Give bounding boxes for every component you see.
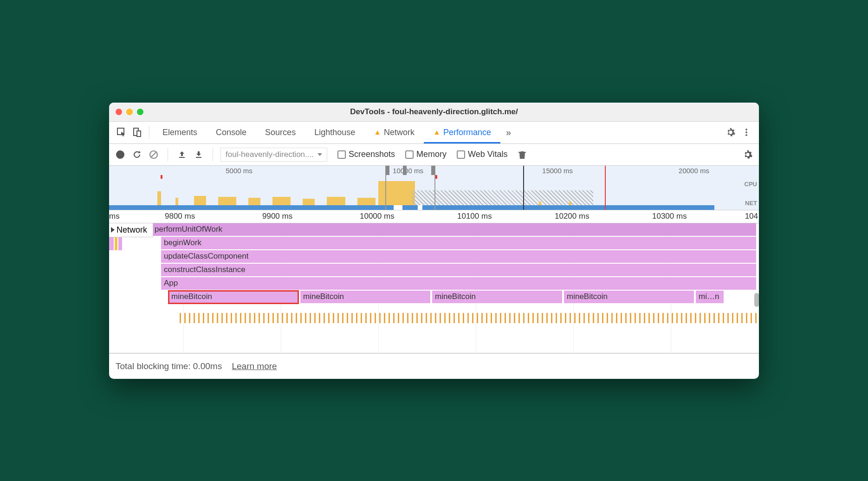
tab-console[interactable]: Console <box>207 122 256 143</box>
device-toolbar-icon[interactable] <box>130 124 145 140</box>
svg-line-7 <box>151 152 156 157</box>
svg-rect-8 <box>179 157 185 158</box>
clear-button[interactable] <box>147 148 160 161</box>
titlebar: DevTools - foul-heavenly-direction.glitc… <box>109 103 759 122</box>
separator <box>213 148 213 161</box>
svg-rect-9 <box>196 157 201 158</box>
time-ruler: ms 9800 ms 9900 ms 10000 ms 10100 ms 102… <box>109 210 759 223</box>
separator <box>149 126 149 139</box>
flame-constructclassinstance[interactable]: constructClassInstance <box>161 264 756 277</box>
flame-minebitcoin-4[interactable]: mineBitcoin <box>564 291 694 304</box>
close-window-button[interactable] <box>116 109 122 115</box>
inspect-element-icon[interactable] <box>114 124 130 140</box>
overview-canvas <box>109 166 737 210</box>
checkbox-icon <box>405 150 414 159</box>
record-button[interactable] <box>114 148 127 161</box>
tbt-label: Total blocking time: 0.00ms <box>116 361 222 371</box>
checkbox-icon <box>337 150 346 159</box>
web-vitals-checkbox[interactable]: Web Vitals <box>457 150 507 159</box>
memory-checkbox[interactable]: Memory <box>405 150 447 159</box>
flame-chart[interactable]: Network performUnitOfWork beginWork upda… <box>109 223 759 353</box>
flame-minebitcoin-5[interactable]: mi…n <box>696 291 724 304</box>
checkbox-icon <box>457 150 465 159</box>
more-tabs-button[interactable]: » <box>500 122 517 143</box>
tabbar: Elements Console Sources Lighthouse ▲Net… <box>109 122 759 144</box>
task-ticks <box>180 313 756 324</box>
chevron-down-icon <box>317 153 322 156</box>
settings-icon[interactable] <box>723 124 738 140</box>
maximize-window-button[interactable] <box>137 109 143 115</box>
flame-app[interactable]: App <box>161 277 756 290</box>
warning-icon: ▲ <box>433 128 440 136</box>
flame-gutter <box>109 223 124 353</box>
capture-settings-icon[interactable] <box>741 148 754 161</box>
flame-minebitcoin-2[interactable]: mineBitcoin <box>300 291 430 304</box>
download-icon[interactable] <box>192 148 205 161</box>
tab-performance[interactable]: ▲Performance <box>424 122 500 143</box>
tab-network[interactable]: ▲Network <box>364 122 424 143</box>
screenshots-checkbox[interactable]: Screenshots <box>337 150 395 159</box>
overview-lane-labels: CPU NET <box>745 181 757 207</box>
recording-select-label: foul-heavenly-direction.... <box>226 150 314 159</box>
traffic-lights <box>116 109 143 115</box>
flame-beginwork[interactable]: beginWork <box>161 237 756 250</box>
svg-rect-2 <box>137 131 141 136</box>
svg-point-4 <box>745 131 747 133</box>
svg-point-3 <box>745 129 747 130</box>
tab-elements[interactable]: Elements <box>153 122 207 143</box>
overview-timeline[interactable]: 5000 ms 10000 ms 15000 ms 20000 ms <box>109 166 759 210</box>
flame-performunitofwork[interactable]: performUnitOfWork <box>152 223 756 236</box>
flame-minebitcoin-3[interactable]: mineBitcoin <box>432 291 562 304</box>
flame-main[interactable]: performUnitOfWork beginWork updateClassC… <box>124 223 759 353</box>
expand-icon <box>111 227 115 233</box>
network-section-toggle[interactable]: Network <box>109 223 153 237</box>
flame-updateclasscomponent[interactable]: updateClassComponent <box>161 250 756 263</box>
separator <box>168 148 168 161</box>
minimize-window-button[interactable] <box>126 109 133 115</box>
svg-point-5 <box>745 134 747 136</box>
footer: Total blocking time: 0.00ms Learn more <box>109 353 759 379</box>
warning-icon: ▲ <box>374 128 381 136</box>
learn-more-link[interactable]: Learn more <box>232 361 277 371</box>
upload-icon[interactable] <box>175 148 188 161</box>
devtools-window: DevTools - foul-heavenly-direction.glitc… <box>109 103 759 379</box>
scrollbar-thumb[interactable] <box>754 293 759 307</box>
more-options-icon[interactable] <box>738 124 754 140</box>
performance-toolbar: foul-heavenly-direction.... Screenshots … <box>109 144 759 166</box>
reload-button[interactable] <box>130 148 143 161</box>
tab-sources[interactable]: Sources <box>256 122 305 143</box>
window-title: DevTools - foul-heavenly-direction.glitc… <box>116 107 752 117</box>
recording-select[interactable]: foul-heavenly-direction.... <box>220 148 327 162</box>
tab-lighthouse[interactable]: Lighthouse <box>305 122 364 143</box>
flame-minebitcoin-1[interactable]: mineBitcoin <box>168 291 298 304</box>
svg-rect-10 <box>518 152 526 153</box>
trash-icon[interactable] <box>516 148 529 161</box>
overview-selection[interactable] <box>385 166 435 210</box>
